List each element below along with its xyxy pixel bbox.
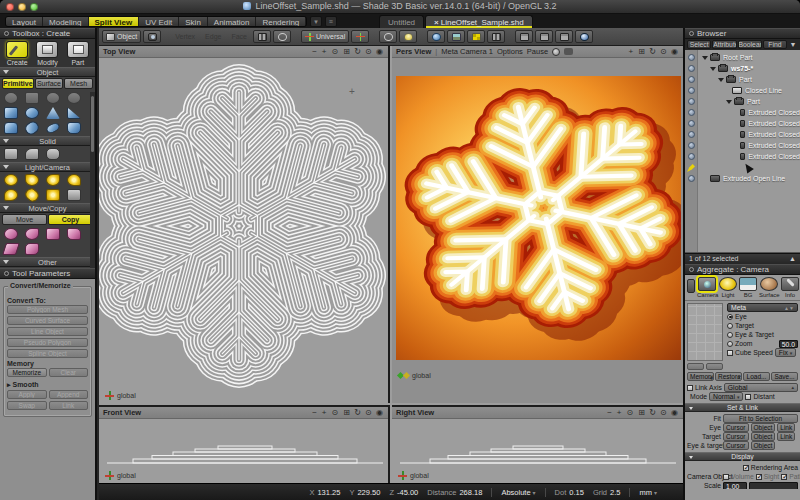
camera-preview[interactable] <box>687 303 723 361</box>
cylinder-icon[interactable] <box>4 122 18 134</box>
tab-uv-edit[interactable]: UV Edit <box>139 17 179 26</box>
aggregate-side-icon[interactable] <box>687 279 695 293</box>
section-display[interactable]: Display <box>685 452 800 461</box>
distant-checkbox[interactable] <box>745 394 751 400</box>
coordinate-mode-dropdown[interactable]: Absolute <box>501 488 535 497</box>
area-light-icon[interactable] <box>67 174 81 186</box>
visibility-toggle[interactable] <box>688 87 695 94</box>
load-button[interactable]: Load... <box>743 372 770 381</box>
zoom-out-icon[interactable]: − <box>312 409 318 417</box>
visibility-toggle[interactable] <box>688 98 695 105</box>
tube-icon[interactable] <box>67 122 81 134</box>
options-menu[interactable]: Options <box>497 47 523 56</box>
axis-tool-button[interactable] <box>351 30 369 43</box>
eye-target-cursor-button[interactable]: Cursor <box>723 441 749 450</box>
close-window-button[interactable] <box>6 3 14 11</box>
globe-view-button[interactable] <box>427 30 445 43</box>
magnifier-icon[interactable]: ⊙ <box>627 409 635 417</box>
zoom-window-button[interactable] <box>30 3 38 11</box>
universal-manipulator-button[interactable]: Universal <box>301 30 349 43</box>
pause-button[interactable]: Pause <box>527 47 548 56</box>
preview-button[interactable] <box>706 363 723 370</box>
aggregate-tab-surface[interactable]: Surface <box>759 277 779 298</box>
convert-pseudo-polygon-button[interactable]: Pseudo Polygon <box>7 338 88 347</box>
capsule-icon[interactable] <box>23 119 41 137</box>
scale-slider[interactable] <box>749 482 798 490</box>
workspace-menu-button[interactable]: ▾ <box>310 16 322 27</box>
section-light-camera[interactable]: Light/Camera <box>0 162 95 172</box>
memory-button[interactable]: Memory <box>687 372 714 381</box>
visibility-toggle[interactable] <box>688 65 695 72</box>
tree-row[interactable]: Extruded Closed <box>698 151 800 162</box>
half-sphere-icon[interactable] <box>25 92 39 104</box>
toolbox-scrollbar[interactable] <box>90 92 95 284</box>
pivot-tool-button[interactable] <box>379 30 397 43</box>
grid-toggle-button[interactable] <box>487 30 505 43</box>
filter-icon[interactable]: ▼ <box>788 40 798 49</box>
tab-layout[interactable]: Layout <box>6 17 43 26</box>
eye-cursor-button[interactable]: Cursor <box>723 423 749 432</box>
visibility-toggle[interactable] <box>688 175 695 182</box>
boolean-icon[interactable] <box>25 148 39 160</box>
pan-rotate-zoom-icons[interactable]: ⊞ ↻ ⊙ ◉ <box>638 48 679 56</box>
viewport-right[interactable]: Right View − + ⊙ ⊞ ↻ ⊙ ◉ global <box>392 405 683 483</box>
camera-selector[interactable]: Meta Camera 1 <box>441 47 493 56</box>
gear-icon[interactable] <box>552 48 560 56</box>
convert-curved-surface-button[interactable]: Curved Surface <box>7 316 88 325</box>
layout-top-button[interactable] <box>515 30 533 43</box>
top-view-canvas[interactable] <box>99 58 390 403</box>
target-object-button[interactable]: Object <box>751 432 776 441</box>
pan-rotate-zoom-icons[interactable]: ⊞ ↻ ⊙ ◉ <box>343 409 384 417</box>
volume-checkbox[interactable] <box>723 474 729 480</box>
tab-rendering[interactable]: Rendering <box>256 17 306 26</box>
toolbox-tab-part[interactable]: Part <box>63 41 92 66</box>
fit-to-selection-button[interactable]: Fit to Selection <box>723 414 798 423</box>
directional-light-icon[interactable] <box>46 174 60 186</box>
terrain-view-button[interactable] <box>447 30 465 43</box>
zoom-value-field[interactable]: 50.0 <box>779 340 798 348</box>
eye-link-button[interactable]: Link <box>777 423 795 432</box>
browser-tab-find[interactable]: Find <box>763 40 787 49</box>
swap-button[interactable]: Swap <box>7 401 47 410</box>
tree-row[interactable]: Extruded Open Line <box>698 173 800 184</box>
wedge-icon[interactable] <box>67 107 81 119</box>
clear-button[interactable]: Clear <box>49 368 89 377</box>
tree-row[interactable]: Extruded Closed <box>698 118 800 129</box>
point-light-icon[interactable] <box>4 174 18 186</box>
target-link-button[interactable]: Link <box>777 432 795 441</box>
tree-row[interactable]: Part <box>698 96 800 107</box>
tree-row[interactable]: Closed Line <box>698 85 800 96</box>
expand-icon[interactable] <box>710 67 716 71</box>
doc-tab-untitled[interactable]: Untitled <box>379 15 424 28</box>
visibility-toggle[interactable] <box>688 142 695 149</box>
sight-checkbox[interactable] <box>756 474 762 480</box>
memorize-button[interactable]: Memorize <box>7 368 47 377</box>
subtab-mesh[interactable]: Mesh <box>64 78 93 89</box>
ring-icon[interactable] <box>67 92 81 104</box>
aggregate-tab-bg[interactable]: BG <box>739 277 757 298</box>
vertex-mode-button[interactable]: Vertex <box>171 30 199 43</box>
tree-row[interactable]: ws75-* <box>698 63 800 74</box>
light-tool-button[interactable] <box>399 30 417 43</box>
ambient-light-icon[interactable] <box>4 189 18 201</box>
visibility-toggle[interactable] <box>688 120 695 127</box>
browser-tab-select[interactable]: Select <box>687 40 711 49</box>
torus-icon[interactable] <box>46 92 60 104</box>
workspace-edit-button[interactable]: ≡ <box>325 16 337 27</box>
convert-polygon-mesh-button[interactable]: Polygon Mesh <box>7 305 88 314</box>
spotlight-icon[interactable] <box>25 174 39 186</box>
disc-icon[interactable] <box>4 92 18 104</box>
section-solid[interactable]: Solid <box>0 136 95 146</box>
copy-button[interactable]: Copy <box>48 214 93 225</box>
convert-spline-object-button[interactable]: Spline Object <box>7 349 88 358</box>
browser-tab-attribute[interactable]: Attribute <box>712 40 736 49</box>
front-view-canvas[interactable] <box>99 419 390 483</box>
target-cursor-button[interactable]: Cursor <box>723 432 749 441</box>
cube-speed-checkbox[interactable] <box>727 350 733 356</box>
text-solid-icon[interactable] <box>46 148 60 160</box>
rendering-area-checkbox[interactable] <box>743 465 749 471</box>
magnify-icon[interactable] <box>4 228 18 240</box>
link-axis-checkbox[interactable] <box>687 385 693 391</box>
zoom-out-icon[interactable]: − <box>607 409 613 417</box>
scale-field[interactable]: 1.00 <box>723 482 747 490</box>
